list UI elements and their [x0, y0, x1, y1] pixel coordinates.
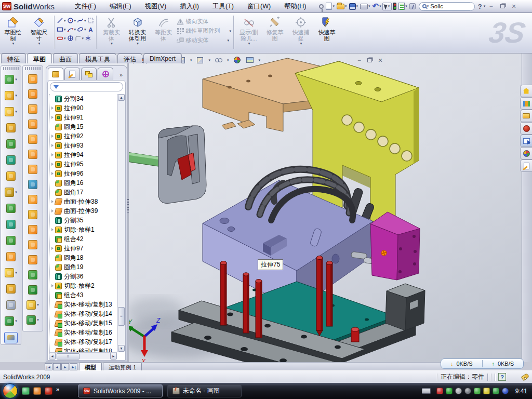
tool-trim-surface[interactable] [28, 255, 37, 264]
panel-splitter[interactable] [127, 54, 129, 362]
language-bar-icon[interactable] [422, 388, 431, 394]
display-delete-relations-button[interactable]: 显示/删 除几...▾ [236, 15, 262, 47]
tree-item-12[interactable]: 曲面-拉伸39 [50, 206, 117, 216]
tool-swept-surface[interactable] [28, 74, 37, 84]
expand-arrow-icon[interactable] [50, 163, 55, 166]
convert-entities-button[interactable]: 转换实 体引用▾ [125, 15, 151, 47]
quicklaunch-overflow[interactable]: » [56, 386, 59, 392]
hide-show-items-icon[interactable] [214, 55, 223, 65]
toolbar-drag-handle[interactable] [25, 67, 41, 70]
tree-item-8[interactable]: 拉伸96 [50, 169, 117, 178]
point-tool[interactable] [85, 35, 91, 42]
ribbon-tab-1[interactable]: 草图 [27, 54, 52, 63]
menu-item-6[interactable]: 帮助(H) [277, 1, 313, 12]
sketch-button[interactable]: 草图绘 制▾ [0, 15, 26, 47]
dropdown-caret-icon[interactable]: ▾ [15, 319, 17, 323]
quick-snaps-button[interactable]: 快速捕 捉▾ [288, 15, 314, 47]
scroll-up-button[interactable]: ▲ [118, 94, 125, 101]
box-select-tool[interactable] [87, 17, 94, 24]
dropdown-caret-icon[interactable]: ▾ [15, 190, 17, 194]
taskbar-clock[interactable]: 9:41 [515, 388, 527, 395]
expand-arrow-icon[interactable] [50, 144, 55, 147]
pin-icon[interactable] [318, 2, 324, 11]
sprue-clamp-assembly[interactable] [128, 126, 206, 204]
tree-filter-input[interactable] [50, 82, 123, 91]
scroll-thumb[interactable] [118, 307, 125, 326]
tool-thicken[interactable] [26, 300, 36, 310]
scroll-right-button[interactable]: ► [110, 353, 117, 360]
quicklaunch-messenger[interactable] [22, 387, 30, 395]
h-scroll-thumb[interactable]: ≡ [57, 353, 79, 360]
tree-item-22[interactable]: 实体-移动/复制13 [50, 300, 117, 309]
tray-antivirus-alert-icon[interactable] [436, 388, 443, 394]
menu-item-0[interactable]: 文件(F) [68, 1, 103, 12]
sketch-fillet-tool[interactable]: ▾ [75, 35, 84, 42]
ribbon-tab-3[interactable]: 模具工具 [79, 54, 116, 63]
dropdown-caret-icon[interactable]: ▾ [37, 303, 39, 307]
tool-reference-plane[interactable] [6, 284, 16, 294]
dropdown-caret-icon[interactable]: ▾ [259, 58, 261, 62]
tool-split[interactable] [6, 220, 16, 229]
tool-freeform-surface[interactable] [28, 150, 37, 159]
menu-item-4[interactable]: 工具(T) [206, 1, 241, 12]
undo-button[interactable]: ↶▾ [372, 2, 382, 11]
dropdown-caret-icon[interactable]: ▾ [15, 94, 17, 98]
save-button[interactable]: ▾ [349, 2, 359, 11]
open-button[interactable]: ▾ [336, 2, 348, 11]
minimize-button[interactable]: − [486, 3, 496, 10]
tree-item-16[interactable]: 拉伸97 [50, 244, 117, 253]
search-input[interactable]: ▾ Solic [419, 2, 475, 11]
collision-check-button[interactable] [392, 2, 397, 11]
repair-sketch-button[interactable]: 修复草 图 [262, 15, 288, 43]
taskpane-tab-custom-properties[interactable] [520, 159, 532, 172]
close-button[interactable]: × [509, 3, 518, 10]
help-caret-icon[interactable]: ▾ [484, 4, 486, 8]
circle-tool[interactable]: ▾ [67, 17, 76, 24]
tool-shell[interactable] [6, 139, 16, 149]
tree-item-3[interactable]: 圆角15 [50, 122, 117, 131]
line-tool[interactable]: ▾ [57, 17, 66, 24]
quicklaunch-media-app[interactable] [33, 387, 41, 395]
expand-arrow-icon[interactable] [50, 153, 55, 156]
tree-item-21[interactable]: 组合43 [50, 290, 117, 300]
tool-filled-surface[interactable] [28, 135, 37, 144]
tree-item-0[interactable]: 分割34 [50, 94, 117, 103]
tray-update-blocked-icon[interactable] [502, 388, 509, 394]
expand-arrow-icon[interactable] [50, 284, 55, 287]
ribbon-tab-2[interactable]: 曲面 [53, 54, 78, 63]
linear-sketch-pattern-button[interactable]: 线性草图阵列▾ [177, 27, 232, 35]
cavity-insert-block[interactable] [370, 212, 420, 280]
move-entities-button[interactable]: 移动实体▾ [177, 36, 232, 44]
tool-extruded-cut[interactable] [5, 91, 14, 100]
tray-security-shield-icon[interactable] [446, 388, 453, 394]
slot-tool[interactable]: ▾ [57, 35, 66, 42]
prev-tab-button[interactable]: ◄ [53, 363, 61, 370]
tray-volume-icon[interactable] [464, 388, 471, 394]
ribbon-tab-5[interactable]: DimXpert [143, 54, 182, 63]
print-button[interactable]: ▾ [360, 2, 371, 11]
tray-settings-gear-icon[interactable] [455, 388, 462, 394]
tool-delete-face[interactable] [28, 210, 37, 219]
menu-item-2[interactable]: 视图(V) [138, 1, 174, 12]
ribbon-tab-4[interactable]: 评估 [117, 54, 142, 63]
tree-item-1[interactable]: 拉伸90 [50, 103, 117, 113]
help-button[interactable]: ? [477, 3, 483, 10]
first-tab-button[interactable]: |◄ [45, 363, 52, 370]
trim-entities-button[interactable]: 剪裁实 体▾ [99, 15, 125, 47]
expand-arrow-icon[interactable] [50, 228, 55, 231]
taskpane-tab-view-palette[interactable] [520, 135, 532, 147]
taskpane-tab-solidworks-toolbox[interactable] [520, 122, 532, 135]
tab-model[interactable]: 模型 [79, 363, 102, 370]
ribbon-tab-0[interactable]: 特征 [1, 54, 26, 63]
tool-fillet[interactable] [5, 107, 14, 116]
rectangle-tool[interactable]: ▾ [57, 26, 66, 33]
tree-item-25[interactable]: 实体-移动/复制16 [50, 328, 117, 337]
tree-item-20[interactable]: 切除-放样2 [50, 281, 117, 290]
expand-arrow-icon[interactable] [50, 135, 55, 138]
tool-knit-surface[interactable] [28, 285, 37, 295]
tab-featuremanager[interactable] [48, 68, 63, 80]
tool-boundary-surface[interactable] [28, 119, 37, 129]
instant3d-button[interactable] [4, 332, 18, 343]
task-button-1[interactable]: 未命名 - 画图 [167, 384, 242, 397]
tree-item-18[interactable]: 圆角19 [50, 262, 117, 272]
